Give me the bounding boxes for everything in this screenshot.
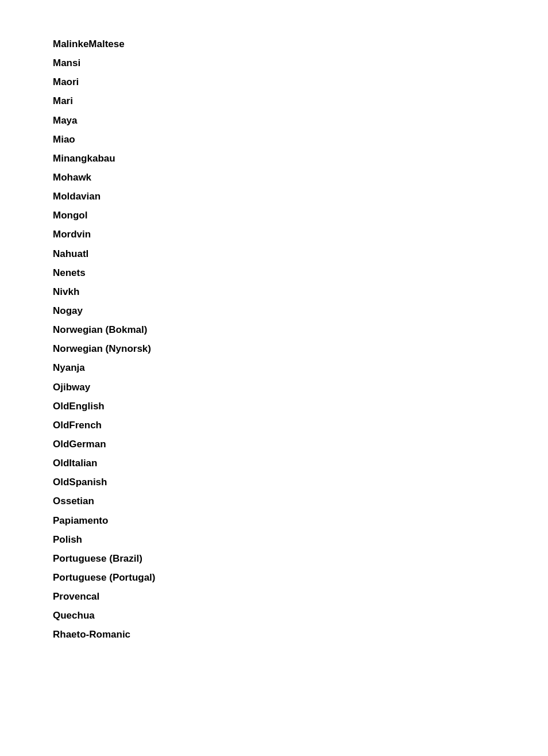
list-item[interactable]: OldEnglish	[53, 397, 495, 416]
list-item[interactable]: Provencal	[53, 587, 495, 606]
list-item[interactable]: Portuguese (Portugal)	[53, 568, 495, 587]
list-item[interactable]: Nyanja	[53, 358, 495, 377]
list-item[interactable]: Minangkabau	[53, 149, 495, 168]
list-item[interactable]: Nivkh	[53, 282, 495, 301]
list-item[interactable]: Ojibway	[53, 378, 495, 397]
list-item[interactable]: Nogay	[53, 301, 495, 320]
list-item[interactable]: OldSpanish	[53, 473, 495, 492]
list-item[interactable]: Mansi	[53, 53, 495, 72]
list-item[interactable]: Nahuatl	[53, 244, 495, 263]
list-item[interactable]: Mongol	[53, 206, 495, 225]
list-item[interactable]: Miao	[53, 130, 495, 149]
list-item[interactable]: OldGerman	[53, 435, 495, 454]
list-item[interactable]: MalinkeMaltese	[53, 34, 495, 53]
list-item[interactable]: Nenets	[53, 263, 495, 282]
list-item[interactable]: Ossetian	[53, 492, 495, 511]
list-item[interactable]: Polish	[53, 530, 495, 549]
list-item[interactable]: Norwegian (Nynorsk)	[53, 339, 495, 358]
list-item[interactable]: Rhaeto-Romanic	[53, 625, 495, 644]
list-item[interactable]: Portuguese (Brazil)	[53, 549, 495, 568]
language-list: MalinkeMalteseMansiMaoriMariMayaMiaoMina…	[53, 34, 495, 644]
list-item[interactable]: Mari	[53, 91, 495, 110]
list-item[interactable]: Mohawk	[53, 168, 495, 187]
list-item[interactable]: Quechua	[53, 606, 495, 625]
list-item[interactable]: Maori	[53, 72, 495, 91]
list-item[interactable]: Norwegian (Bokmal)	[53, 320, 495, 339]
list-item[interactable]: Papiamento	[53, 511, 495, 530]
list-item[interactable]: Mordvin	[53, 225, 495, 244]
list-item[interactable]: OldItalian	[53, 454, 495, 473]
list-item[interactable]: OldFrench	[53, 416, 495, 435]
list-item[interactable]: Maya	[53, 111, 495, 130]
list-item[interactable]: Moldavian	[53, 187, 495, 206]
